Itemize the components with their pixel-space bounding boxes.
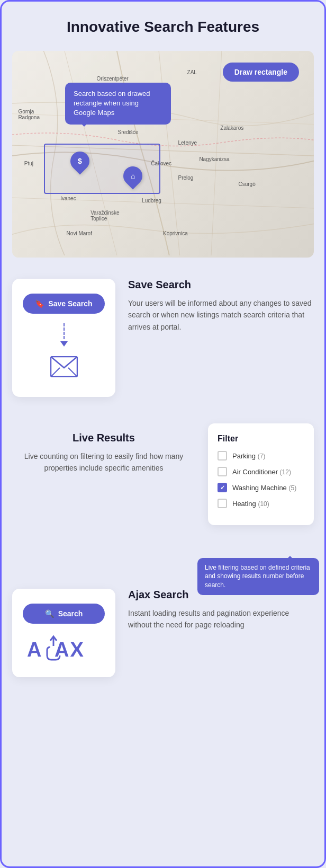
save-search-arrow <box>60 323 68 347</box>
filter-item-parking: Parking (7) <box>218 451 304 460</box>
map-label-prelog: Prelog <box>178 175 194 181</box>
search-button[interactable]: 🔍 Search <box>23 604 105 624</box>
map-label-varazdinske: VaraždinskeToplice <box>90 210 119 222</box>
envelope-icon <box>50 356 78 382</box>
arrow-tip <box>60 341 68 347</box>
map-label-letenye: Letenye <box>178 140 197 146</box>
parking-checkbox[interactable] <box>218 451 227 460</box>
map-label-novimarof: Novi Marof <box>67 231 92 236</box>
svg-text:AX: AX <box>55 639 85 661</box>
map-label-gornja: GornjaRadgona <box>18 109 40 120</box>
bookmark-icon: 🔖 <box>35 299 44 308</box>
ajax-search-description: Instant loading results and pagination e… <box>128 607 314 631</box>
map-label-zalakaros: Zalakaros <box>220 125 243 131</box>
save-search-button[interactable]: 🔖 Save Search <box>23 294 105 314</box>
save-search-section: 🔖 Save Search Save Search Your users wil… <box>12 279 314 397</box>
ajax-search-section: 🔍 Search A AX Ajax Search Instant loadin… <box>12 589 314 677</box>
filter-item-washingmachine: Washing Machine (5) <box>218 483 304 492</box>
live-results-text: Live Results Live counting on filtering … <box>12 423 195 474</box>
search-icon: 🔍 <box>45 609 54 618</box>
map-pin-home: ⌂ <box>123 166 142 185</box>
map-label-sredisce: Središće <box>118 129 139 135</box>
map-label-nagykanizsa: Nagykanizsa <box>199 156 229 162</box>
filter-heading: Filter <box>218 434 304 444</box>
airconditioner-checkbox[interactable] <box>218 467 227 476</box>
parking-label: Parking (7) <box>232 452 265 460</box>
map-label-koprivnica: Koprivnica <box>163 231 188 236</box>
map-label-zal: ZAL <box>187 69 197 75</box>
save-search-title: Save Search <box>128 279 314 291</box>
save-search-card: 🔖 Save Search <box>12 279 115 397</box>
svg-line-8 <box>68 368 77 377</box>
ajax-logo: A AX <box>27 633 101 662</box>
page-title: Innovative Search Features <box>12 17 314 36</box>
svg-line-4 <box>12 198 314 208</box>
filter-item-airconditioner: Air Conditioner (12) <box>218 467 304 476</box>
heating-label: Heating (10) <box>232 500 269 508</box>
heating-checkbox[interactable] <box>218 499 227 508</box>
live-results-section: Live Results Live counting on filtering … <box>12 423 314 562</box>
live-results-title: Live Results <box>12 432 195 444</box>
filter-item-heating: Heating (10) <box>218 499 304 508</box>
svg-line-7 <box>51 368 60 377</box>
map-label-ivanec: Ivanec <box>60 196 76 201</box>
save-search-info: Save Search Your users will be informed … <box>128 279 314 333</box>
map-label-ludbreg: Ludbreg <box>142 198 161 203</box>
dollar-icon: $ <box>78 157 82 165</box>
map-tooltip: Search based on drawed rectangle when us… <box>65 83 171 125</box>
ajax-search-card: 🔍 Search A AX <box>12 589 115 677</box>
map-section: Oriszentpéter ZAL GornjaRadgona Murska S… <box>12 51 314 258</box>
airconditioner-label: Air Conditioner (12) <box>232 468 291 476</box>
map-background: Oriszentpéter ZAL GornjaRadgona Murska S… <box>12 51 314 258</box>
filter-card: Filter Parking (7) Air Conditioner (12) … <box>208 423 314 525</box>
svg-text:A: A <box>27 639 42 661</box>
map-selection-rectangle <box>44 144 160 194</box>
home-icon: ⌂ <box>131 172 135 180</box>
draw-rectangle-button[interactable]: Draw rectangle <box>223 63 299 82</box>
washingmachine-checkbox[interactable] <box>218 483 227 492</box>
map-pin-dollar: $ <box>70 152 89 171</box>
svg-line-5 <box>211 51 222 255</box>
save-search-description: Your users will be informed about any ch… <box>128 297 314 333</box>
washingmachine-label: Washing Machine (5) <box>232 484 296 492</box>
filter-tooltip: Live filtering based on defined criteria… <box>197 558 319 595</box>
map-label-oriszentpeter: Oriszentpéter <box>97 76 129 82</box>
dashed-line <box>64 323 65 339</box>
map-label-csurgo: Csurgó <box>239 181 256 187</box>
map-label-ptuj: Ptuj <box>24 161 33 166</box>
live-results-description: Live counting on filtering to easily fin… <box>12 450 195 474</box>
